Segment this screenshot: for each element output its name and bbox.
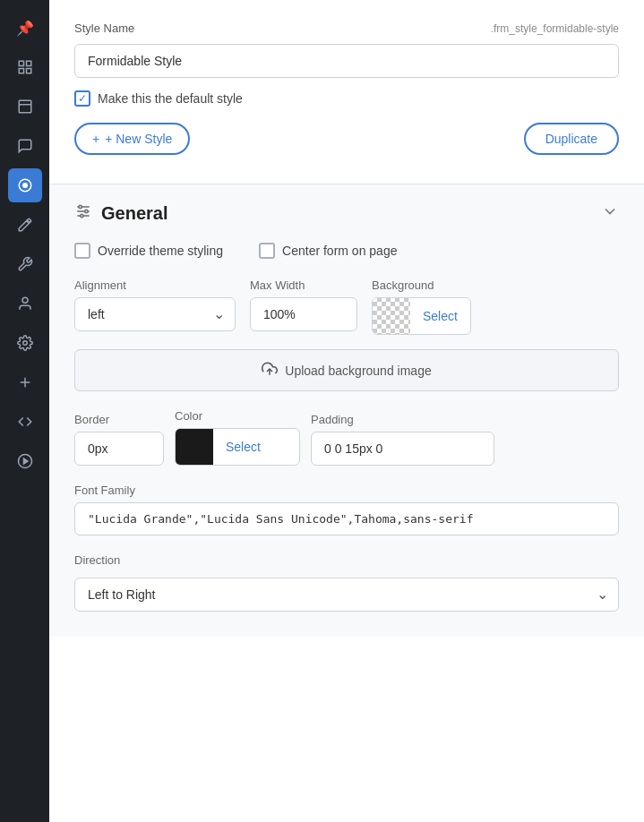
default-style-row: ✓ Make this the default style bbox=[74, 90, 619, 107]
sidebar: 📌 bbox=[0, 0, 49, 822]
settings-icon[interactable] bbox=[8, 326, 42, 360]
action-buttons-row: + + New Style Duplicate bbox=[74, 123, 619, 155]
layers-icon[interactable] bbox=[8, 50, 42, 84]
cross-icon[interactable] bbox=[8, 365, 42, 399]
upload-button-label: Upload background image bbox=[285, 364, 431, 378]
bracket-icon[interactable] bbox=[8, 405, 42, 439]
general-section: General Override theme styling Center fo… bbox=[49, 184, 644, 637]
style-name-row: Style Name .frm_style_formidable-style bbox=[74, 21, 619, 35]
svg-marker-13 bbox=[23, 458, 28, 464]
color-select-button[interactable]: Select bbox=[175, 428, 300, 466]
options-row: Override theme styling Center form on pa… bbox=[74, 243, 619, 259]
color-swatch bbox=[176, 428, 213, 466]
style-name-label: Style Name bbox=[74, 21, 134, 35]
svg-rect-4 bbox=[19, 100, 31, 113]
pin-icon[interactable]: 📌 bbox=[8, 11, 42, 45]
font-family-input[interactable] bbox=[74, 502, 619, 535]
new-style-label: + New Style bbox=[105, 132, 172, 146]
background-field: Background Select bbox=[372, 278, 471, 335]
checkmark-icon: ✓ bbox=[78, 93, 87, 104]
border-field: Border bbox=[74, 413, 164, 466]
upload-background-button[interactable]: Upload background image bbox=[74, 349, 619, 391]
border-input[interactable] bbox=[74, 432, 164, 466]
section-header-left: General bbox=[74, 202, 167, 225]
max-width-field: Max Width bbox=[250, 278, 357, 331]
override-theme-option[interactable]: Override theme styling bbox=[74, 243, 223, 259]
padding-field: Padding bbox=[311, 413, 494, 466]
duplicate-button[interactable]: Duplicate bbox=[524, 123, 619, 155]
play-icon[interactable] bbox=[8, 444, 42, 478]
alignment-maxwidth-bg-row: Alignment left center right Max Width Ba… bbox=[74, 278, 619, 335]
default-style-checkbox[interactable]: ✓ bbox=[74, 90, 90, 107]
section-header: General bbox=[74, 202, 619, 225]
background-select-button[interactable]: Select bbox=[372, 297, 471, 335]
upload-icon bbox=[262, 361, 278, 380]
override-theme-label: Override theme styling bbox=[98, 244, 223, 258]
svg-point-8 bbox=[22, 297, 28, 303]
center-form-option[interactable]: Center form on page bbox=[259, 243, 397, 259]
brush-icon[interactable] bbox=[8, 208, 42, 242]
color-label: Color bbox=[175, 409, 300, 423]
border-label: Border bbox=[74, 413, 164, 426]
direction-field: Direction Left to Right Right to Left bbox=[74, 553, 619, 612]
svg-point-17 bbox=[79, 205, 82, 208]
padding-label: Padding bbox=[311, 413, 494, 426]
border-color-padding-row: Border Color Select Padding bbox=[74, 409, 619, 466]
duplicate-label: Duplicate bbox=[545, 132, 597, 146]
new-style-button[interactable]: + + New Style bbox=[74, 123, 190, 155]
color-field: Color Select bbox=[175, 409, 300, 466]
alignment-field: Alignment left center right bbox=[74, 278, 236, 331]
font-family-section: Font Family bbox=[74, 484, 619, 535]
general-section-title: General bbox=[101, 203, 167, 224]
background-label: Background bbox=[372, 278, 471, 292]
svg-rect-0 bbox=[19, 61, 23, 65]
alignment-label: Alignment bbox=[74, 278, 236, 292]
direction-select-wrapper: Left to Right Right to Left bbox=[74, 578, 619, 612]
svg-rect-1 bbox=[26, 61, 30, 65]
user-icon[interactable] bbox=[8, 287, 42, 321]
default-style-label: Make this the default style bbox=[98, 91, 243, 106]
background-checker-pattern bbox=[373, 297, 410, 335]
svg-rect-2 bbox=[19, 69, 23, 73]
max-width-label: Max Width bbox=[250, 278, 357, 292]
main-content: Style Name .frm_style_formidable-style ✓… bbox=[49, 0, 644, 822]
style-settings-panel: Style Name .frm_style_formidable-style ✓… bbox=[49, 0, 644, 184]
sliders-icon bbox=[74, 202, 92, 225]
tools-icon[interactable] bbox=[8, 247, 42, 281]
alignment-select-wrapper: left center right bbox=[74, 297, 236, 331]
svg-point-18 bbox=[85, 210, 88, 212]
style-name-input[interactable] bbox=[74, 44, 619, 78]
override-theme-checkbox[interactable] bbox=[74, 243, 90, 259]
padding-input[interactable] bbox=[311, 432, 494, 466]
font-family-label: Font Family bbox=[74, 484, 619, 497]
new-style-plus-icon: + bbox=[92, 132, 99, 146]
center-form-checkbox[interactable] bbox=[259, 243, 275, 259]
svg-rect-3 bbox=[26, 69, 30, 73]
svg-point-9 bbox=[22, 341, 27, 346]
direction-label: Direction bbox=[74, 553, 619, 567]
direction-select[interactable]: Left to Right Right to Left bbox=[74, 578, 619, 612]
formidable-icon[interactable] bbox=[8, 168, 42, 202]
pages-icon[interactable] bbox=[8, 90, 42, 124]
background-select-text: Select bbox=[410, 309, 470, 323]
center-form-label: Center form on page bbox=[282, 244, 397, 258]
alignment-select[interactable]: left center right bbox=[74, 297, 236, 331]
color-select-text: Select bbox=[213, 440, 273, 454]
comment-icon[interactable] bbox=[8, 129, 42, 163]
svg-point-7 bbox=[22, 183, 28, 188]
style-name-class: .frm_style_formidable-style bbox=[491, 22, 619, 35]
section-collapse-button[interactable] bbox=[601, 202, 619, 225]
svg-point-19 bbox=[81, 214, 83, 217]
max-width-input[interactable] bbox=[250, 297, 357, 331]
